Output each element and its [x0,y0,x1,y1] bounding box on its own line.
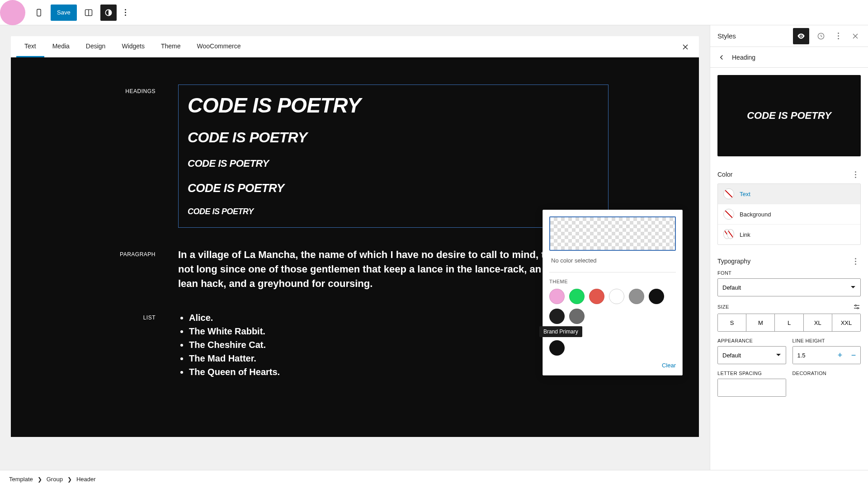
font-select[interactable]: Default [717,278,861,296]
color-none-icon [723,188,734,199]
color-row-link[interactable]: Link [718,225,860,244]
current-color-preview[interactable] [549,216,676,251]
letter-spacing-label: LETTER SPACING [717,371,786,376]
theme-swatch[interactable] [589,289,604,304]
save-button[interactable]: Save [51,5,77,21]
color-panel-more[interactable] [850,169,861,180]
breadcrumb-header[interactable]: Header [76,476,96,483]
back-button[interactable] [717,53,726,61]
appearance-select[interactable]: Default [717,346,786,364]
close-tabs-button[interactable] [677,39,693,55]
theme-swatch[interactable] [549,289,565,304]
color-picker-popover: No color selected THEME CUSTOM Clear [542,210,683,375]
color-row-text-label: Text [740,191,750,197]
close-sidebar-button[interactable] [847,28,863,44]
heading-h2-sample: CODE IS POETRY [188,129,599,146]
line-height-stepper: + − [793,346,861,364]
sidebar-header: Styles [710,25,868,47]
svg-point-10 [855,305,856,306]
color-none-icon [723,229,734,240]
tab-woocommerce[interactable]: WooCommerce [189,36,249,57]
clear-color-button[interactable]: Clear [662,362,676,369]
letter-spacing-input-wrap [717,379,786,397]
tab-media[interactable]: Media [44,36,78,57]
size-xxl[interactable]: XXL [832,314,860,331]
breadcrumb-template[interactable]: Template [9,476,33,483]
line-height-input[interactable] [793,347,834,364]
typography-panel-label: Typography [717,258,750,265]
color-row-link-label: Link [740,231,750,238]
typography-panel-more[interactable] [850,256,861,267]
breadcrumb-group[interactable]: Group [47,476,63,483]
chevron-right-icon: ❯ [38,476,42,483]
chevron-right-icon: ❯ [67,476,72,483]
heading-h3-sample: CODE IS POETRY [188,158,599,169]
color-row-background-label: Background [740,211,771,218]
breadcrumb: Template ❯ Group ❯ Header [0,470,868,488]
styles-sidebar: Styles Heading CODE IS POETRY Color [710,25,868,470]
revisions-button[interactable] [813,28,829,44]
paragraph-label: PARAGRAPH [101,248,156,291]
color-row-background[interactable]: Background [718,204,860,225]
document-overview-button[interactable] [31,5,47,21]
theme-swatch[interactable] [629,289,644,304]
color-panel-label: Color [717,171,732,178]
appearance-label: APPEARANCE [717,338,786,343]
size-s[interactable]: S [718,314,746,331]
size-l[interactable]: L [775,314,803,331]
line-height-decrement[interactable]: − [847,347,860,364]
heading-h4-sample: CODE IS POETRY [188,181,599,195]
custom-swatch-row [549,340,676,356]
top-toolbar: Save [0,0,868,25]
size-label: SIZE [717,304,729,310]
preview-text: CODE IS POETRY [747,110,831,122]
size-xl[interactable]: XL [804,314,832,331]
typography-panel: Typography FONT Default SIZE S M L XL [710,252,868,410]
theme-swatch[interactable] [549,309,565,324]
style-book-toggle[interactable] [793,28,809,44]
no-color-message: No color selected [549,251,676,272]
svg-point-11 [857,308,859,309]
theme-swatch[interactable] [649,289,664,304]
theme-colors-label: THEME [549,279,676,284]
line-height-increment[interactable]: + [833,347,847,364]
font-label: FONT [717,270,861,276]
headings-label: HEADINGS [101,84,156,228]
theme-swatch[interactable] [609,289,624,304]
main-layout: Text Media Design Widgets Theme WooComme… [0,25,868,470]
svg-rect-0 [37,9,41,16]
site-logo[interactable] [0,0,25,25]
theme-swatch[interactable] [569,309,585,324]
size-segmented: S M L XL XXL [717,314,861,332]
sidebar-nav: Heading [710,47,868,68]
sidebar-nav-label: Heading [732,54,755,61]
theme-swatch-row [549,289,676,324]
heading-h1-sample: CODE IS POETRY [188,93,599,117]
tab-text[interactable]: Text [16,36,44,57]
tab-widgets[interactable]: Widgets [113,36,153,57]
theme-swatch[interactable] [569,289,585,304]
decoration-label: DECORATION [793,371,861,376]
swatch-tooltip: Brand Primary [539,326,582,337]
size-m[interactable]: M [746,314,775,331]
tab-design[interactable]: Design [78,36,114,57]
color-none-icon [723,209,734,220]
more-options-button[interactable] [120,7,131,18]
letter-spacing-input[interactable] [718,379,786,396]
list-label: LIST [101,311,156,379]
line-height-label: LINE HEIGHT [793,338,861,343]
block-inserter-tabs: Text Media Design Widgets Theme WooComme… [11,36,699,57]
style-preview: CODE IS POETRY [717,75,861,156]
custom-swatch[interactable] [549,340,565,356]
size-custom-toggle[interactable] [853,303,861,311]
sidebar-more-button[interactable] [833,31,844,42]
color-row-text[interactable]: Text [718,184,860,204]
heading-block-selected[interactable]: CODE IS POETRY CODE IS POETRY CODE IS PO… [178,84,609,228]
tab-theme[interactable]: Theme [153,36,189,57]
color-panel: Color Text Background Link [710,165,868,252]
heading-h5-sample: CODE IS POETRY [188,207,599,216]
styles-toggle-button[interactable] [100,5,117,21]
view-toggle-button[interactable] [80,5,97,21]
canvas-area: Text Media Design Widgets Theme WooComme… [0,25,710,470]
sidebar-title: Styles [717,32,789,40]
